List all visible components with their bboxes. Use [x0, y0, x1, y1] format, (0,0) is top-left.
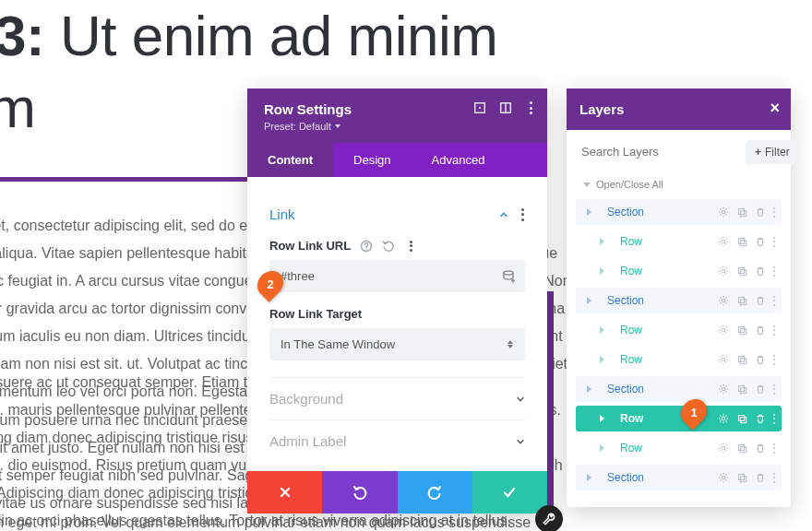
tab-content[interactable]: Content [247, 143, 333, 177]
field-more-icon[interactable] [404, 240, 417, 253]
row-more-icon[interactable] [773, 473, 776, 483]
section-admin-label-title: Admin Label [269, 433, 346, 449]
svg-point-32 [722, 417, 724, 419]
svg-rect-30 [739, 386, 745, 392]
duplicate-icon[interactable] [736, 295, 747, 306]
gear-icon[interactable] [718, 266, 729, 277]
section-background-toggle[interactable]: Background [269, 391, 525, 407]
row-more-icon[interactable] [773, 325, 776, 336]
filter-button[interactable]: +Filter [746, 140, 799, 164]
close-icon[interactable]: × [770, 100, 780, 116]
row-more-icon[interactable] [773, 296, 776, 306]
dynamic-content-icon[interactable] [501, 269, 516, 284]
layer-section[interactable]: Section [576, 465, 782, 490]
trash-icon[interactable] [755, 206, 766, 218]
layer-row[interactable]: Row [576, 258, 782, 284]
section-link-toggle[interactable]: Link [269, 206, 525, 222]
layers-title: Layers [579, 101, 624, 117]
trash-icon[interactable] [755, 442, 766, 454]
undo-button[interactable] [322, 471, 397, 513]
duplicate-icon[interactable] [736, 236, 747, 247]
section-link-more-icon[interactable] [521, 208, 525, 221]
tab-advanced[interactable]: Advanced [412, 143, 506, 177]
row-more-icon[interactable] [773, 237, 776, 247]
cancel-button[interactable] [247, 471, 322, 513]
layer-row[interactable]: Row [576, 435, 782, 461]
svg-rect-13 [741, 211, 746, 217]
layer-section[interactable]: Section [576, 376, 782, 402]
settings-actions [247, 471, 547, 513]
expand-icon[interactable] [473, 101, 486, 114]
gear-icon[interactable] [718, 472, 729, 483]
trash-icon[interactable] [755, 354, 766, 365]
trash-icon[interactable] [755, 266, 766, 277]
gear-icon[interactable] [718, 442, 729, 454]
svg-point-23 [722, 328, 724, 331]
link-url-input[interactable] [269, 260, 525, 292]
gear-icon[interactable] [718, 295, 729, 306]
section-admin-label-toggle[interactable]: Admin Label [269, 433, 525, 449]
open-close-all[interactable]: Open/Close All [576, 175, 782, 199]
duplicate-icon[interactable] [736, 442, 747, 454]
help-icon[interactable] [360, 240, 373, 253]
svg-point-20 [722, 299, 724, 301]
more-icon[interactable] [525, 101, 538, 114]
duplicate-icon[interactable] [736, 324, 747, 336]
svg-rect-40 [741, 477, 746, 482]
duplicate-icon[interactable] [736, 206, 747, 218]
row-more-icon[interactable] [773, 443, 776, 454]
save-button[interactable] [472, 471, 547, 513]
trash-icon[interactable] [755, 472, 766, 483]
svg-point-38 [722, 476, 724, 478]
link-target-select[interactable]: In The Same Window [269, 328, 525, 360]
trash-icon[interactable] [755, 384, 766, 395]
reset-icon[interactable] [382, 240, 395, 253]
settings-header: Row Settings Preset: Default [247, 88, 547, 143]
svg-rect-36 [739, 445, 745, 451]
svg-rect-37 [741, 447, 746, 453]
svg-rect-28 [741, 359, 746, 364]
wrench-fab[interactable] [535, 505, 563, 531]
gear-icon[interactable] [718, 206, 729, 218]
gear-icon[interactable] [718, 324, 729, 336]
svg-rect-18 [739, 268, 745, 274]
svg-point-14 [722, 240, 724, 242]
layer-section[interactable]: Section [576, 199, 782, 225]
duplicate-icon[interactable] [736, 384, 747, 395]
trash-icon[interactable] [755, 295, 766, 306]
preset-dropdown[interactable]: Preset: Default [264, 121, 340, 132]
duplicate-icon[interactable] [736, 354, 747, 365]
gear-icon[interactable] [718, 413, 729, 424]
row-more-icon[interactable] [773, 266, 776, 277]
row-more-icon[interactable] [773, 207, 776, 218]
svg-rect-31 [741, 388, 746, 394]
gear-icon[interactable] [718, 384, 729, 395]
row-more-icon[interactable] [773, 355, 776, 365]
tab-design[interactable]: Design [333, 143, 411, 177]
select-arrows-icon [507, 340, 514, 348]
row-more-icon[interactable] [773, 384, 776, 395]
redo-button[interactable] [398, 471, 472, 513]
gear-icon[interactable] [718, 354, 729, 365]
layer-row[interactable]: Row [576, 317, 782, 343]
search-layers-input[interactable] [578, 139, 740, 164]
svg-rect-24 [739, 327, 745, 333]
columns-icon[interactable] [499, 101, 512, 114]
svg-point-11 [722, 210, 724, 213]
duplicate-icon[interactable] [736, 413, 747, 424]
svg-point-29 [722, 387, 724, 390]
layer-row[interactable]: Row [576, 229, 782, 254]
trash-icon[interactable] [755, 236, 766, 247]
gear-icon[interactable] [718, 236, 729, 247]
layer-row[interactable]: Row [576, 347, 782, 372]
trash-icon[interactable] [755, 324, 766, 336]
trash-icon[interactable] [755, 413, 766, 424]
layer-section[interactable]: Section [576, 288, 782, 313]
layer-row[interactable]: Row [576, 406, 782, 431]
svg-rect-16 [741, 241, 746, 246]
layer-label: Row [576, 265, 642, 277]
svg-rect-21 [739, 298, 745, 303]
duplicate-icon[interactable] [736, 472, 747, 483]
duplicate-icon[interactable] [736, 266, 747, 277]
row-more-icon[interactable] [773, 414, 776, 424]
